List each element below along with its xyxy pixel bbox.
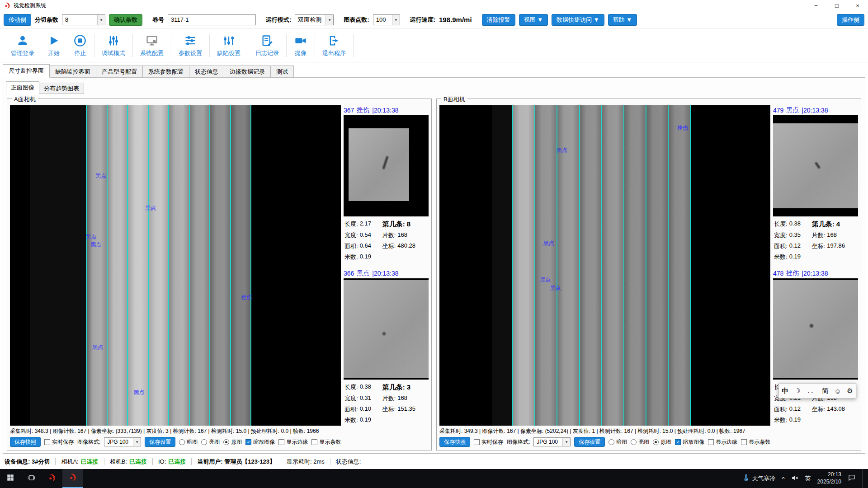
ime-language-indicator[interactable]: 英 bbox=[805, 474, 811, 483]
defect-label-scratch: 挫伤 bbox=[241, 294, 252, 301]
weather-widget[interactable]: 天气寒冷 bbox=[742, 474, 776, 483]
dark-image-radio-b[interactable]: 暗图 bbox=[609, 438, 627, 446]
log-record-button[interactable]: 日志记录 bbox=[249, 29, 285, 62]
original-image-radio-a[interactable]: 原图 bbox=[223, 438, 242, 446]
defect-card[interactable]: 367 挫伤 |20:13:38 长度:2.17 第几条:8 bbox=[344, 105, 429, 262]
coord-label: 坐标: bbox=[812, 405, 826, 413]
defect-type: 挫伤 bbox=[786, 269, 799, 277]
drive-side-button[interactable]: 传动侧 bbox=[4, 14, 31, 26]
subtab-trend-chart[interactable]: 分布趋势图表 bbox=[39, 83, 84, 94]
meters-label: 米数: bbox=[344, 253, 358, 261]
roll-number-input[interactable] bbox=[168, 14, 256, 25]
defect-id: 366 bbox=[344, 270, 354, 277]
checkbox-unchecked bbox=[474, 439, 480, 445]
taskbar-app-icon-active[interactable] bbox=[62, 469, 83, 488]
tab-test[interactable]: 测试 bbox=[270, 66, 294, 78]
show-strip-count-checkbox-b[interactable]: 显示条数 bbox=[741, 438, 770, 446]
parameter-settings-button[interactable]: 参数设置 bbox=[172, 29, 208, 62]
original-image-radio-b[interactable]: 原图 bbox=[653, 438, 671, 446]
dark-image-radio-a[interactable]: 暗图 bbox=[179, 438, 198, 446]
defect-settings-button[interactable]: 缺陷设置 bbox=[211, 29, 247, 62]
tab-defect-monitor[interactable]: 缺陷监控界面 bbox=[49, 66, 96, 78]
defect-card[interactable]: 478 挫伤 |20:13:38 长度:0.57 第几条:3 bbox=[773, 268, 858, 425]
tab-edge-data-record[interactable]: 边缘数据记录 bbox=[224, 66, 271, 78]
bright-image-radio-b[interactable]: 亮图 bbox=[631, 438, 649, 446]
bright-image-radio-a[interactable]: 亮图 bbox=[201, 438, 220, 446]
zoom-image-checkbox-b[interactable]: ✓缩放图像 bbox=[675, 438, 704, 446]
tab-product-model-config[interactable]: 产品型号配置 bbox=[96, 66, 143, 78]
minimize-button[interactable]: − bbox=[806, 0, 826, 11]
run-mode-select[interactable]: 双面检测 ▾ bbox=[295, 14, 334, 25]
defect-card[interactable]: 366 黑点 |20:13:38 长度:0.38 第几条:3 bbox=[344, 268, 429, 425]
image-format-select-a[interactable]: JPG 100 ▾ bbox=[104, 437, 141, 446]
realtime-save-checkbox-a[interactable]: 实时保存 bbox=[44, 438, 74, 446]
tab-status-info[interactable]: 状态信息 bbox=[189, 66, 224, 78]
width-label: 宽度: bbox=[344, 231, 358, 239]
punctuation-mode-icon[interactable]: ，。 bbox=[806, 388, 816, 394]
show-strip-count-checkbox-a[interactable]: 显示条数 bbox=[311, 438, 341, 446]
show-desktop-button[interactable] bbox=[862, 469, 864, 488]
volume-muted-icon[interactable] bbox=[791, 474, 799, 483]
save-settings-button-a[interactable]: 保存设置 bbox=[145, 437, 175, 447]
close-button[interactable]: × bbox=[847, 0, 868, 11]
debug-mode-button[interactable]: 调试模式 bbox=[95, 29, 132, 62]
tab-size-monitor[interactable]: 尺寸监控界面 bbox=[3, 64, 50, 78]
capture-image-button[interactable]: 提像 bbox=[288, 29, 314, 62]
thumbnail-image bbox=[773, 280, 858, 377]
ime-settings-gear-icon[interactable]: ⚙ bbox=[847, 387, 853, 395]
checkbox-unchecked bbox=[311, 439, 317, 445]
defect-card[interactable]: 479 黑点 |20:13:38 长度:0.38 第几条:4 bbox=[773, 105, 858, 262]
task-view-button[interactable] bbox=[21, 469, 42, 488]
system-config-button[interactable]: 系统配置 bbox=[134, 29, 170, 62]
image-format-select-b[interactable]: JPG 100 ▾ bbox=[533, 437, 571, 446]
start-button[interactable] bbox=[0, 469, 21, 488]
length-label: 长度: bbox=[774, 220, 788, 229]
hidden-icons-chevron[interactable]: ^ bbox=[782, 475, 785, 482]
defect-thumbnail bbox=[773, 115, 858, 216]
exit-program-button[interactable]: 退出程序 bbox=[316, 29, 352, 62]
icon-label: 日志记录 bbox=[255, 49, 279, 57]
chart-points-select[interactable]: 100 ▾ bbox=[373, 14, 400, 25]
save-snapshot-button-b[interactable]: 保存快照 bbox=[439, 437, 470, 447]
notification-center-button[interactable] bbox=[848, 474, 856, 483]
help-menu-button[interactable]: 帮助 ▼ bbox=[608, 14, 637, 26]
subtab-front-image[interactable]: 正面图像 bbox=[6, 81, 39, 94]
ime-chinese-mode[interactable]: 中 bbox=[782, 387, 788, 395]
emoji-icon[interactable]: ☺ bbox=[834, 387, 841, 395]
radio-label: 亮图 bbox=[209, 438, 220, 446]
zoom-image-checkbox-a[interactable]: ✓缩放图像 bbox=[245, 438, 275, 446]
save-settings-button-b[interactable]: 保存设置 bbox=[574, 437, 605, 447]
strip-value: 3 bbox=[407, 383, 410, 392]
moon-icon[interactable]: ☽ bbox=[794, 387, 800, 395]
start-run-button[interactable]: 开始 bbox=[41, 29, 67, 62]
weather-text: 天气寒冷 bbox=[752, 474, 776, 483]
save-snapshot-button-a[interactable]: 保存快照 bbox=[10, 437, 41, 447]
realtime-save-checkbox-b[interactable]: 实时保存 bbox=[474, 438, 503, 446]
defect-time: |20:13:38 bbox=[802, 107, 828, 114]
strip bbox=[230, 105, 251, 426]
stop-run-button[interactable]: 停止 bbox=[67, 29, 93, 62]
strip bbox=[209, 105, 230, 426]
ime-simplified-mode[interactable]: 简 bbox=[822, 387, 829, 395]
admin-login-button[interactable]: 管理登录 bbox=[5, 29, 41, 62]
ime-toolbar: 中 ☽ ，。 简 ☺ ⚙ bbox=[778, 383, 856, 399]
radio-selected bbox=[653, 439, 659, 445]
show-edge-checkbox-b[interactable]: 显示边缘 bbox=[708, 438, 737, 446]
clock[interactable]: 20:13 2025/2/10 bbox=[817, 471, 841, 485]
clear-alarm-button[interactable]: 清除报警 bbox=[482, 14, 515, 26]
maximize-button[interactable]: □ bbox=[826, 0, 847, 11]
taskbar-app-icon[interactable] bbox=[42, 469, 62, 488]
slit-count-select[interactable]: 8 ▾ bbox=[62, 14, 105, 25]
confirm-count-button[interactable]: 确认条数 bbox=[109, 14, 142, 26]
defect-time: |20:13:38 bbox=[372, 107, 398, 114]
defect-time: |20:13:38 bbox=[372, 270, 398, 277]
chevron-down-icon: ▾ bbox=[133, 438, 141, 446]
tab-system-param-config[interactable]: 系统参数配置 bbox=[142, 66, 189, 78]
defect-label-black-spot: 黑点 bbox=[90, 241, 101, 249]
operator-side-button[interactable]: 操作侧 bbox=[837, 14, 864, 26]
divider bbox=[94, 34, 94, 57]
data-quick-access-button[interactable]: 数据快捷访问 ▼ bbox=[552, 14, 604, 26]
divider bbox=[315, 34, 315, 57]
view-menu-button[interactable]: 视图 ▼ bbox=[519, 14, 548, 26]
show-edge-checkbox-a[interactable]: 显示边缘 bbox=[278, 438, 308, 446]
